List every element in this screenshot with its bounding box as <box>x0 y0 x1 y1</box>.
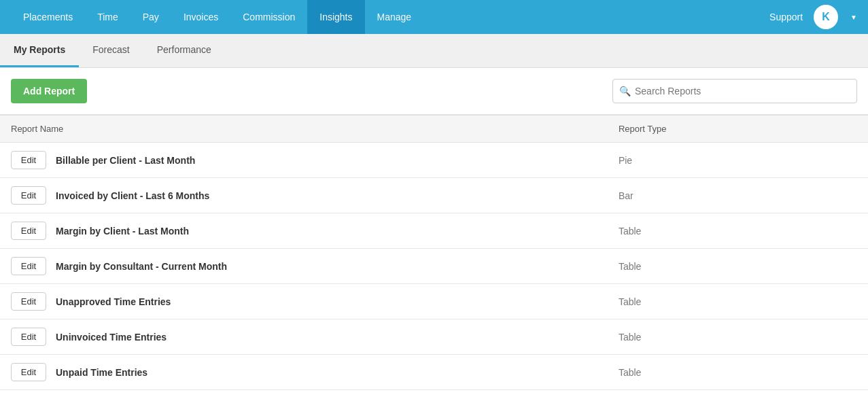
report-type-cell: Bar <box>608 178 868 213</box>
report-name-cell: EditBillable per Client - Last Month <box>0 143 608 178</box>
report-name-cell: EditInvoiced by Client - Last 6 Months <box>0 178 608 213</box>
report-name: Margin by Consultant - Current Month <box>56 261 227 272</box>
report-name-cell: EditUnpaid Time Entries <box>0 355 608 390</box>
edit-button[interactable]: Edit <box>11 186 46 205</box>
table-header: Report Name Report Type <box>0 116 868 143</box>
nav-items: PlacementsTimePayInvoicesCommissionInsig… <box>11 0 769 34</box>
search-container: 🔍 <box>612 79 857 103</box>
nav-item-insights[interactable]: Insights <box>307 0 364 34</box>
report-name-cell: EditUnapproved Time Entries <box>0 284 608 319</box>
edit-button[interactable]: Edit <box>11 257 46 275</box>
avatar[interactable]: K <box>814 5 838 29</box>
report-name: Unpaid Time Entries <box>56 367 147 378</box>
search-input[interactable] <box>612 79 857 103</box>
report-type-cell: Table <box>608 355 868 390</box>
table-row: EditBillable per Client - Last MonthPie <box>0 143 868 178</box>
table-row: EditUninvoiced Time EntriesTable <box>0 319 868 355</box>
col-header-type: Report Type <box>608 116 868 143</box>
report-type: Table <box>619 332 641 343</box>
report-name: Margin by Client - Last Month <box>56 226 189 237</box>
report-name-cell: EditUninvoiced Time Entries <box>0 319 608 355</box>
report-type-cell: Table <box>608 213 868 249</box>
report-type-cell: Table <box>608 319 868 355</box>
report-name-cell: EditMargin by Consultant - Current Month <box>0 249 608 284</box>
table-row: EditUnpaid Time EntriesTable <box>0 355 868 390</box>
table-body: EditBillable per Client - Last MonthPieE… <box>0 143 868 390</box>
sub-nav-item-forecast[interactable]: Forecast <box>79 34 143 67</box>
edit-button[interactable]: Edit <box>11 363 46 381</box>
sub-nav: My ReportsForecastPerformance <box>0 34 868 68</box>
report-type: Table <box>619 261 641 272</box>
table-row: EditMargin by Client - Last MonthTable <box>0 213 868 249</box>
table-row: EditInvoiced by Client - Last 6 MonthsBa… <box>0 178 868 213</box>
report-type: Table <box>619 226 641 237</box>
add-report-button[interactable]: Add Report <box>11 79 87 103</box>
nav-right: Support K ▼ <box>769 5 857 29</box>
edit-button[interactable]: Edit <box>11 151 46 169</box>
nav-item-invoices[interactable]: Invoices <box>171 0 230 34</box>
nav-item-commission[interactable]: Commission <box>230 0 307 34</box>
reports-table: Report Name Report Type EditBillable per… <box>0 115 868 390</box>
edit-button[interactable]: Edit <box>11 292 46 311</box>
search-icon: 🔍 <box>619 86 631 97</box>
report-name: Billable per Client - Last Month <box>56 155 195 166</box>
col-header-name: Report Name <box>0 116 608 143</box>
table-row: EditMargin by Consultant - Current Month… <box>0 249 868 284</box>
report-type-cell: Pie <box>608 143 868 178</box>
report-type: Bar <box>619 190 633 201</box>
top-nav: PlacementsTimePayInvoicesCommissionInsig… <box>0 0 868 34</box>
edit-button[interactable]: Edit <box>11 222 46 240</box>
report-type-cell: Table <box>608 249 868 284</box>
sub-nav-item-performance[interactable]: Performance <box>143 34 225 67</box>
report-name: Uninvoiced Time Entries <box>56 332 167 343</box>
report-name: Invoiced by Client - Last 6 Months <box>56 190 209 201</box>
support-link[interactable]: Support <box>769 12 803 22</box>
report-type-cell: Table <box>608 284 868 319</box>
nav-item-manage[interactable]: Manage <box>365 0 424 34</box>
avatar-chevron-icon[interactable]: ▼ <box>850 14 857 21</box>
report-name: Unapproved Time Entries <box>56 296 171 307</box>
table-row: EditUnapproved Time EntriesTable <box>0 284 868 319</box>
nav-item-pay[interactable]: Pay <box>131 0 171 34</box>
nav-item-placements[interactable]: Placements <box>11 0 85 34</box>
report-type: Table <box>619 367 641 378</box>
report-name-cell: EditMargin by Client - Last Month <box>0 213 608 249</box>
toolbar: Add Report 🔍 <box>0 68 868 115</box>
report-type: Table <box>619 296 641 307</box>
nav-item-time[interactable]: Time <box>85 0 131 34</box>
edit-button[interactable]: Edit <box>11 328 46 346</box>
sub-nav-item-my-reports[interactable]: My Reports <box>0 34 79 67</box>
report-type: Pie <box>619 155 632 166</box>
